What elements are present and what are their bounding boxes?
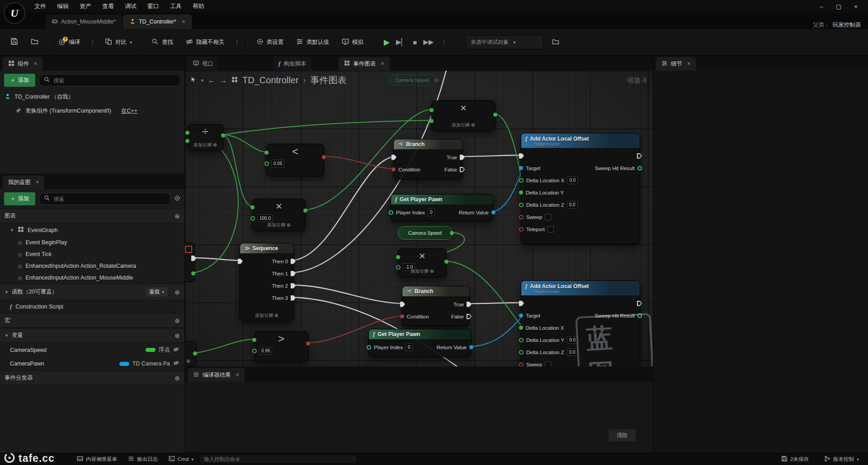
variables-section-header[interactable]: ▼ 变量 ⊕ [0, 328, 184, 343]
parent-class-value[interactable]: 玩家控制器 [833, 21, 861, 29]
console-command-input[interactable] [200, 455, 357, 464]
event-item-0[interactable]: ◇Event BeginPlay [0, 237, 184, 248]
exec-pin[interactable] [467, 314, 472, 319]
asset-tab-1[interactable]: TD_Controller*× [123, 14, 192, 29]
exec-pin[interactable] [191, 256, 196, 261]
exec-pin[interactable] [460, 167, 465, 172]
bool-pin[interactable] [519, 215, 524, 219]
node-add-actor-local-offset-1[interactable]: fAdd Actor Local OffsetTarget is ActorTa… [521, 133, 640, 244]
find-button[interactable]: 查找 [147, 35, 177, 50]
float-pin[interactable] [252, 338, 256, 342]
float-pin[interactable] [519, 203, 524, 207]
eye-icon[interactable] [173, 346, 179, 354]
node-branch-2[interactable]: BranchTrueConditionFalse [402, 286, 470, 327]
component-child-item[interactable]: 变换组件 (TransformComponent0) 在C++ [0, 104, 184, 118]
add-pin-button[interactable]: 添加引脚 ⊕ [432, 122, 495, 128]
float-pin[interactable] [429, 108, 434, 112]
tab-my-blueprint[interactable]: 我的蓝图 × [3, 176, 44, 189]
eventgraph-item[interactable]: ▼ EventGraph [0, 223, 184, 237]
node-multiply-top[interactable]: ×添加引脚 ⊕ [431, 100, 495, 131]
play-icon[interactable]: ▶ [384, 38, 390, 47]
simulate-button[interactable]: 模拟 [338, 35, 368, 50]
graph-tab-1[interactable]: f构造脚本 [273, 57, 311, 71]
float-pin[interactable] [264, 161, 269, 166]
construction-script-item[interactable]: f Construction Script [0, 300, 184, 313]
event-item-2[interactable]: ◇EnhancedInputAction Action_RotateCamera [0, 260, 184, 272]
components-search-input[interactable] [53, 77, 176, 84]
variable-row-CameraSpeed[interactable]: CameraSpeed浮点 [0, 343, 184, 357]
debug-object-select[interactable]: 未选中调试对象▾ [466, 35, 543, 49]
menu-文件[interactable]: 文件 [29, 0, 52, 12]
menu-资产[interactable]: 资产 [74, 0, 97, 12]
revision-control-button[interactable]: 版本控制 ▾ [820, 454, 863, 464]
pin-value-box[interactable]: 0 [428, 209, 435, 216]
gear-icon[interactable] [174, 195, 180, 203]
node-greater-than[interactable]: >0.95 [254, 331, 308, 362]
save-button[interactable] [6, 34, 22, 50]
exec-pin[interactable] [637, 301, 642, 306]
float-pin[interactable] [519, 350, 524, 355]
frame-skip-icon[interactable]: ▶▏ [396, 38, 406, 46]
exec-pin[interactable] [392, 155, 396, 160]
exec-pin[interactable] [291, 295, 296, 301]
browse-button[interactable] [27, 34, 42, 50]
content-drawer-button[interactable]: 内容侧滑菜单 [72, 454, 122, 464]
float-pin[interactable] [221, 133, 225, 138]
exec-pin[interactable] [291, 283, 296, 289]
pin-value-box[interactable]: 0.0 [567, 201, 578, 209]
pin-value-box[interactable]: 0 [406, 343, 413, 351]
cpp-link[interactable]: 在C++ [121, 107, 137, 115]
add-graph-icon[interactable]: ⊕ [175, 213, 180, 220]
variable-row-CameraPawn[interactable]: CameraPawnTD Camera Pa [0, 357, 184, 370]
float-pin[interactable] [264, 151, 269, 155]
menu-查看[interactable]: 查看 [97, 0, 119, 12]
node-divide[interactable]: ÷添加引脚 ⊕ [187, 124, 223, 151]
overload-button[interactable]: 重载 ▾ [146, 287, 168, 297]
struct-pin[interactable] [637, 166, 642, 171]
float-pin[interactable] [434, 78, 439, 82]
close-icon[interactable]: × [34, 61, 37, 67]
tab-components[interactable]: 组件 × [3, 57, 42, 71]
components-search[interactable] [39, 74, 181, 86]
add-pin-button[interactable]: 添加引脚 ⊕ [253, 222, 305, 228]
my-blueprint-search[interactable] [39, 193, 171, 205]
stop-icon[interactable]: ■ [413, 38, 417, 46]
exec-pin[interactable] [460, 155, 465, 160]
add-variable-icon[interactable]: ⊕ [175, 332, 180, 339]
bool-pin[interactable] [322, 155, 326, 159]
exec-pin[interactable] [291, 271, 296, 276]
float-pin[interactable] [252, 349, 257, 353]
add-pin-button[interactable]: ⊕ [186, 358, 190, 364]
chevron-down-icon[interactable]: ▼ [10, 228, 14, 232]
exec-pin[interactable] [519, 153, 524, 159]
menu-窗口[interactable]: 窗口 [142, 0, 165, 12]
clear-button[interactable]: 清除 [609, 429, 636, 441]
bool-pin[interactable] [392, 167, 396, 171]
close-icon[interactable]: × [236, 372, 239, 378]
float-pin[interactable] [519, 326, 523, 330]
maximize-icon[interactable]: ▢ [831, 1, 846, 11]
node-event-stub[interactable] [185, 242, 195, 282]
event-item-3[interactable]: ◇EnhancedInputAction Action_MouseMiddle [0, 272, 184, 284]
object-pin[interactable] [519, 166, 523, 170]
float-pin[interactable] [396, 255, 400, 259]
float-pin[interactable] [193, 351, 197, 356]
int-pin[interactable] [389, 210, 393, 215]
unsaved-button[interactable]: 2未保存 [777, 454, 813, 464]
add-blueprint-item-button[interactable]: ＋ 添加 [4, 192, 35, 205]
exec-pin[interactable] [238, 259, 243, 264]
add-dispatcher-icon[interactable]: ⊕ [175, 375, 180, 382]
node-branch-1[interactable]: BranchTrueConditionFalse [393, 139, 463, 180]
event-graph-canvas[interactable]: ▾ ← → TD_Controller › 事件图表 缩放-3 ⊕÷添加引脚 ⊕… [185, 71, 653, 366]
graphs-section-header[interactable]: 图表 ⊕ [0, 209, 184, 223]
float-pin[interactable] [493, 113, 497, 117]
float-pin[interactable] [444, 260, 448, 264]
unreal-logo[interactable]: U [4, 2, 25, 24]
pin-value-box[interactable]: 0.05 [271, 160, 284, 167]
float-pin[interactable] [191, 271, 195, 275]
close-icon[interactable]: × [848, 1, 863, 11]
cmd-selector[interactable]: Cmd ▾ [164, 454, 198, 464]
menu-帮助[interactable]: 帮助 [187, 0, 210, 12]
object-pin[interactable] [519, 313, 523, 318]
checkbox[interactable] [545, 361, 551, 367]
